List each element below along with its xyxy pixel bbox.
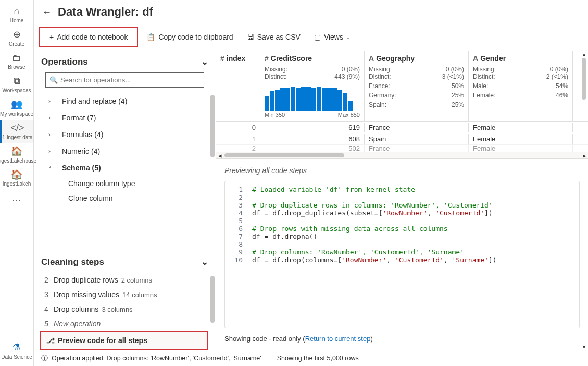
status-message: ⓘ Operation applied: Drop columns: 'RowN…	[41, 353, 261, 363]
titlebar: ← Data Wrangler: df	[34, 0, 588, 23]
step-meta: 14 columns	[122, 291, 157, 299]
col-header-geography[interactable]: A GeographyMissing:0 (0%)Distinct:3 (<1%…	[365, 51, 469, 121]
rail-lakehouse[interactable]: 🏠 IngestLakehouse	[0, 143, 33, 167]
search-input[interactable]	[45, 72, 204, 88]
rail-create-label: Create	[9, 41, 24, 47]
add-code-highlight: + Add code to notebook	[39, 27, 138, 47]
grid-vertical-scrollbar[interactable]: ▴ ▾	[581, 51, 587, 350]
code-panel: Previewing all code steps 1# Loaded vari…	[216, 158, 588, 350]
add-code-label: Add code to notebook	[57, 33, 128, 41]
rail-more[interactable]: ⋯	[0, 192, 33, 210]
rail-data-science[interactable]: ⚗ Data Science	[0, 339, 33, 363]
data-rows: 0619FranceFemale1608SpainFemale2502Franc…	[216, 122, 588, 152]
rail-notebook-active[interactable]: </> 1-ingest-data	[0, 120, 33, 143]
add-code-button[interactable]: + Add code to notebook	[44, 30, 133, 44]
op-format-label: Format (7)	[62, 114, 96, 122]
op-cat-schema[interactable]: ⌄Schema (5)	[46, 160, 209, 176]
views-button[interactable]: ▢ Views ⌄	[309, 30, 356, 44]
add-circle-icon: ⊕	[13, 30, 21, 40]
rail-workspaces-label: Workspaces	[3, 88, 31, 93]
op-cat-numeric[interactable]: ›Numeric (4)	[46, 143, 209, 160]
table-row[interactable]: 2502FranceFemale	[216, 145, 588, 152]
steps-header[interactable]: Cleaning steps ⌄	[34, 251, 216, 273]
step-row-2[interactable]: 2Drop duplicate rows2 columns	[43, 273, 210, 287]
table-row[interactable]: 0619FranceFemale	[216, 122, 588, 133]
code-preview-title: Previewing all code steps	[224, 166, 580, 175]
preview-label: Preview code for all steps	[58, 336, 147, 345]
rail-lakehouse-2[interactable]: 🏠 IngestLakeh	[0, 167, 33, 190]
code-footer: Showing code - read only (Return to curr…	[224, 335, 580, 343]
step-row-new[interactable]: 5New operation	[43, 316, 210, 331]
step-meta: 3 columns	[102, 306, 132, 313]
op-clone-column[interactable]: Clone column	[46, 191, 209, 205]
op-numeric-label: Numeric (4)	[62, 147, 100, 155]
clipboard-icon: 📋	[146, 33, 155, 41]
save-csv-label: Save as CSV	[257, 33, 301, 41]
code-line: 8	[230, 240, 574, 248]
chevron-right-icon: ›	[48, 97, 55, 105]
rail-create[interactable]: ⊕ Create	[0, 27, 33, 50]
chevron-down-icon: ⌄	[48, 165, 55, 171]
layout-icon: ▢	[314, 33, 321, 41]
table-row[interactable]: 1608SpainFemale	[216, 133, 588, 145]
step-num: 3	[44, 290, 51, 299]
rail-notebook-label: 1-ingest-data	[2, 135, 32, 140]
op-change-column-type[interactable]: Change column type	[46, 176, 209, 191]
more-icon: ⋯	[12, 195, 21, 205]
steps-title: Cleaning steps	[41, 257, 104, 267]
step-row-3[interactable]: 3Drop missing values14 columns	[43, 287, 210, 302]
toolbar: + Add code to notebook 📋 Copy code to cl…	[34, 23, 588, 51]
chevron-down-icon: ⌄	[201, 56, 208, 67]
step-meta: 2 columns	[121, 276, 152, 284]
return-current-step-link[interactable]: Return to current step	[305, 335, 371, 343]
step-row-4[interactable]: 4Drop columns3 columns	[43, 302, 210, 316]
statusbar: ⓘ Operation applied: Drop columns: 'RowN…	[34, 350, 588, 366]
search-icon: 🔍	[49, 76, 58, 84]
save-csv-button[interactable]: 🖫 Save as CSV	[242, 30, 306, 44]
preview-code-all-steps[interactable]: ⎇ Preview code for all steps	[40, 331, 208, 350]
plus-icon: +	[49, 33, 54, 41]
horizontal-scrollbar[interactable]: ◂ ▸	[216, 152, 588, 158]
steps-scrollbar[interactable]	[210, 276, 215, 323]
lakehouse-icon: 🏠	[11, 170, 22, 180]
col-header-index[interactable]: # index	[216, 51, 260, 121]
chevron-right-icon: ›	[48, 148, 55, 155]
lakehouse-icon: 🏠	[11, 147, 22, 157]
rail-workspaces[interactable]: ⧉ Workspaces	[0, 73, 33, 96]
ops-scrollbar[interactable]	[210, 95, 215, 157]
op-cat-find-replace[interactable]: ›Find and replace (4)	[46, 93, 209, 109]
op-cat-format[interactable]: ›Format (7)	[46, 109, 209, 126]
rail-browse-label: Browse	[8, 64, 25, 70]
search-wrap: 🔍	[34, 72, 216, 93]
chevron-down-icon: ⌄	[346, 34, 351, 40]
status-rows: Showing the first 5,000 rows	[277, 355, 359, 362]
rail-my-workspace[interactable]: 👥 My workspace	[0, 96, 33, 120]
nav-rail: ⌂ Home ⊕ Create 🗀 Browse ⧉ Workspaces 👥 …	[0, 0, 34, 366]
step-name: Drop duplicate rows	[54, 276, 118, 284]
steps-list: 2Drop duplicate rows2 columns 3Drop miss…	[34, 273, 216, 350]
back-button[interactable]: ←	[42, 7, 52, 18]
chevron-down-icon: ⌄	[201, 257, 208, 267]
operations-header[interactable]: Operations ⌄	[34, 51, 216, 72]
chevron-right-icon: ›	[48, 114, 55, 121]
page-title: Data Wrangler: df	[58, 5, 153, 19]
people-icon: 👥	[11, 100, 22, 110]
op-cat-formulas[interactable]: ›Formulas (4)	[46, 126, 209, 143]
rail-browse[interactable]: 🗀 Browse	[0, 50, 33, 74]
column-headers: # index# CreditScoreMissing:0 (0%)Distin…	[216, 51, 588, 122]
code-line: 7df = df.dropna()	[230, 233, 574, 240]
col-header-gender[interactable]: A GenderMissing:0 (0%)Distinct:2 (<1%)Ma…	[469, 51, 573, 121]
step-name: Drop missing values	[54, 290, 119, 299]
copy-code-button[interactable]: 📋 Copy code to clipboard	[141, 30, 238, 44]
col-header-creditscore[interactable]: # CreditScoreMissing:0 (0%)Distinct:443 …	[260, 51, 365, 121]
operations-title: Operations	[41, 57, 88, 67]
rail-home[interactable]: ⌂ Home	[0, 3, 33, 27]
steps-section: Cleaning steps ⌄ 2Drop duplicate rows2 c…	[34, 251, 216, 350]
workspaces-icon: ⧉	[14, 76, 20, 87]
code-line: 4df = df.drop_duplicates(subset=['RowNum…	[230, 209, 574, 217]
step-num: 5	[44, 320, 51, 328]
rail-lakehouse2-label: IngestLakeh	[3, 181, 31, 187]
op-schema-label: Schema (5)	[62, 164, 101, 172]
home-icon: ⌂	[14, 6, 20, 17]
code-box[interactable]: 1# Loaded variable 'df' from kernel stat…	[224, 181, 580, 328]
